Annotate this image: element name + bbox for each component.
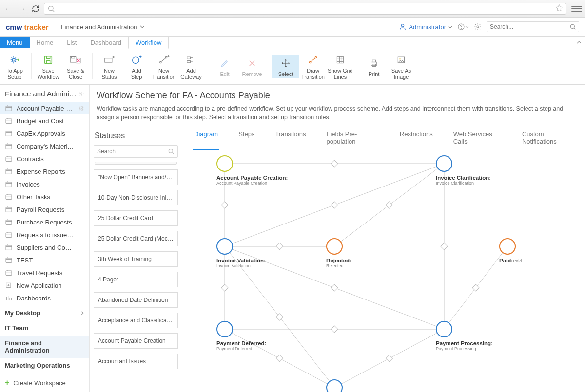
status-item[interactable]: 25 Dollar Credit Card bbox=[94, 210, 178, 226]
sidebar-item[interactable]: Requests to issue Mat…⚙ bbox=[0, 228, 89, 241]
status-list: "Now Open" Banners and/…10-Day Non-Discl… bbox=[90, 169, 182, 392]
diagram-node[interactable]: Payment Processing: Payment Processing bbox=[436, 321, 493, 351]
sidebar-section[interactable]: Finance and Administration bbox=[0, 336, 89, 358]
add-step-icon: + bbox=[131, 54, 142, 66]
select-tool-button[interactable]: Select bbox=[272, 55, 299, 78]
status-item[interactable]: Account Payable Creation bbox=[94, 333, 178, 349]
gear-icon[interactable] bbox=[78, 91, 84, 97]
svg-point-4 bbox=[477, 26, 479, 28]
sidebar-item[interactable]: Budget and Cost⚙ bbox=[0, 114, 89, 127]
add-step-button[interactable]: + Add Step bbox=[123, 51, 150, 81]
app-icon bbox=[5, 117, 13, 125]
status-scroll-slider[interactable] bbox=[95, 162, 177, 165]
status-item[interactable]: Acceptance and Classificati… bbox=[94, 313, 178, 328]
subtab[interactable]: Steps bbox=[237, 131, 255, 150]
to-app-setup-button[interactable]: To App Setup bbox=[1, 51, 28, 81]
status-item[interactable]: 10-Day Non-Disclosure Init… bbox=[94, 190, 178, 205]
svg-rect-45 bbox=[221, 202, 228, 208]
status-item[interactable]: 3th Week of Training bbox=[94, 251, 178, 267]
subtab[interactable]: Web Services Calls bbox=[452, 131, 503, 150]
diagram-node[interactable]: Invoice Validation: Invoice Validation bbox=[216, 238, 266, 268]
print-button[interactable]: Print bbox=[360, 55, 388, 78]
sidebar-item[interactable]: Travel Requests⚙ bbox=[0, 266, 89, 279]
sidebar-item[interactable]: Expense Reports⚙ bbox=[0, 165, 89, 178]
new-transition-button[interactable]: + New Transition bbox=[150, 51, 177, 81]
sidebar-item[interactable]: Company's Material A…⚙ bbox=[0, 140, 89, 152]
svg-point-6 bbox=[12, 59, 15, 62]
subtab[interactable]: Transitions bbox=[274, 131, 307, 150]
tab-workflow[interactable]: Workflow bbox=[128, 37, 169, 49]
sidebar-item[interactable]: New Application⚙ bbox=[0, 279, 89, 292]
diagram-node[interactable]: Payment Deferred: Payment Deferred bbox=[216, 321, 266, 351]
collapse-ribbon-button[interactable] bbox=[573, 37, 585, 48]
subtab[interactable]: Fields Pre-population bbox=[325, 131, 380, 150]
tab-dashboard[interactable]: Dashboard bbox=[83, 37, 128, 48]
sidebar-item[interactable]: Purchase Requests⚙ bbox=[0, 216, 89, 228]
sidebar-item[interactable]: Other Tasks⚙ bbox=[0, 190, 89, 203]
sidebar-section[interactable]: Marketing Operations bbox=[0, 358, 89, 373]
reload-button[interactable] bbox=[30, 3, 41, 14]
forward-button[interactable]: → bbox=[17, 3, 27, 14]
svg-rect-57 bbox=[331, 284, 338, 291]
sidebar-item[interactable]: Suppliers and Contrac…⚙ bbox=[0, 241, 89, 254]
svg-rect-67 bbox=[386, 355, 392, 362]
sidebar-item[interactable]: Dashboards⚙ bbox=[0, 292, 89, 304]
show-grid-button[interactable]: Show Grid Lines bbox=[327, 51, 354, 81]
move-icon bbox=[281, 57, 291, 69]
browser-chrome: ← → bbox=[0, 0, 585, 18]
svg-text:+: + bbox=[113, 55, 115, 59]
ribbon-tabs: Menu Home List Dashboard Workflow bbox=[0, 37, 585, 48]
diagram-node[interactable]: Rejected: Rejected bbox=[326, 238, 351, 268]
subtab[interactable]: Restrictions bbox=[399, 131, 434, 150]
new-status-button[interactable]: + New Status bbox=[96, 51, 123, 81]
draw-transition-button[interactable]: Draw Transition bbox=[299, 51, 327, 81]
address-bar[interactable] bbox=[44, 3, 566, 15]
sidebar-item[interactable]: Account Payable Requ…⚙ bbox=[0, 102, 89, 114]
menu-tab[interactable]: Menu bbox=[0, 37, 30, 48]
user-menu[interactable]: Administrator bbox=[399, 23, 452, 31]
sidebar-section[interactable]: IT Team bbox=[0, 320, 89, 336]
status-item[interactable]: 25 Dollar Credit Card (Moc… bbox=[94, 231, 178, 246]
sidebar-item[interactable]: Invoices⚙ bbox=[0, 178, 89, 190]
diagram-node[interactable]: Paid:Paid bbox=[499, 238, 522, 263]
svg-rect-22 bbox=[372, 60, 376, 62]
workspace-dropdown[interactable]: Finance and Administration bbox=[61, 23, 145, 31]
diagram-node[interactable]: Invoice Clarification: Invoice Clarifica… bbox=[436, 155, 491, 186]
sidebar-section[interactable]: My Desktop bbox=[0, 305, 89, 320]
sidebar-item[interactable]: Payroll Requests⚙ bbox=[0, 203, 89, 216]
diagram-node[interactable]: Account Payable Creation: Account Payabl… bbox=[216, 155, 288, 186]
diagram-node[interactable] bbox=[326, 379, 343, 392]
tab-home[interactable]: Home bbox=[30, 37, 60, 48]
global-search-input[interactable] bbox=[487, 21, 579, 32]
settings-gear-icon[interactable] bbox=[474, 23, 482, 31]
app-icon bbox=[5, 130, 13, 137]
svg-rect-35 bbox=[6, 195, 12, 199]
gear-icon[interactable]: ⚙ bbox=[78, 105, 84, 112]
status-item[interactable]: 4 Pager bbox=[94, 272, 178, 287]
sidebar-item[interactable]: TEST⚙ bbox=[0, 254, 89, 266]
create-workspace-button[interactable]: + Create Workspace bbox=[0, 373, 89, 392]
status-item[interactable]: Accountant Issues bbox=[94, 354, 178, 369]
help-icon[interactable] bbox=[457, 23, 469, 31]
browser-menu-icon[interactable] bbox=[571, 3, 582, 14]
status-item[interactable]: "Now Open" Banners and/… bbox=[94, 169, 178, 185]
plus-icon: + bbox=[5, 378, 9, 387]
new-status-icon: + bbox=[103, 54, 115, 66]
subtab[interactable]: Diagram bbox=[193, 131, 219, 150]
status-search-input[interactable] bbox=[94, 145, 178, 158]
sidebar-item[interactable]: Contracts⚙ bbox=[0, 152, 89, 165]
url-input[interactable] bbox=[57, 5, 555, 12]
svg-rect-37 bbox=[6, 220, 12, 224]
save-close-button[interactable]: Save & Close bbox=[62, 51, 89, 81]
back-button[interactable]: ← bbox=[3, 3, 14, 14]
bookmark-icon[interactable] bbox=[555, 4, 563, 13]
save-as-image-button[interactable]: Save As Image bbox=[388, 51, 415, 81]
sidebar-item[interactable]: CapEx Approvals⚙ bbox=[0, 127, 89, 140]
tab-list[interactable]: List bbox=[60, 37, 83, 48]
chevron-down-icon bbox=[140, 24, 145, 29]
workflow-diagram-canvas[interactable]: Account Payable Creation: Account Payabl… bbox=[182, 150, 585, 392]
status-item[interactable]: Abandoned Date Definition bbox=[94, 292, 178, 308]
save-workflow-button[interactable]: Save Workflow bbox=[35, 51, 62, 81]
add-gateway-button[interactable]: Add Gateway bbox=[177, 51, 205, 81]
subtab[interactable]: Custom Notifications bbox=[521, 131, 574, 150]
